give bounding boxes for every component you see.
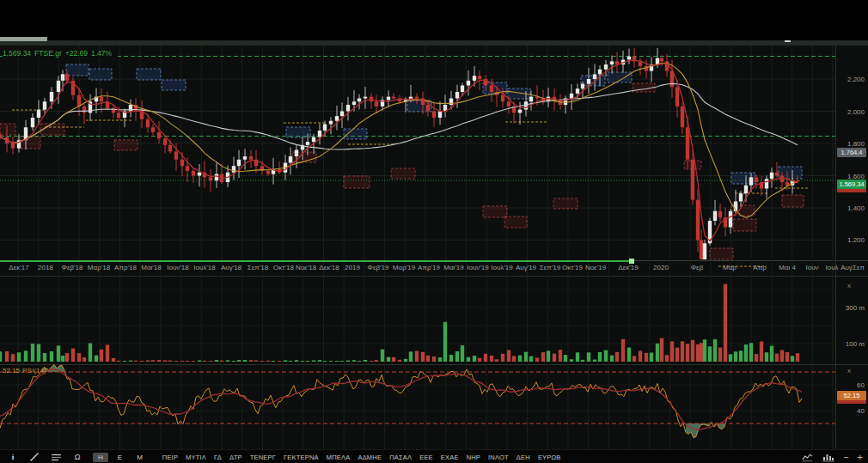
timeframe-button-Ε[interactable]: Ε: [113, 453, 127, 462]
legend-change: +22.69: [65, 49, 88, 58]
ticker-ΜΥΤΙΛ[interactable]: ΜΥΤΙΛ: [186, 454, 206, 461]
indicator-list-icon[interactable]: [50, 452, 62, 462]
rsi-value: 52.15: [3, 367, 20, 375]
price-axis-tick: 2.200: [837, 76, 865, 83]
x-axis-tick: Φεβ: [691, 264, 704, 271]
price-axis-tick: 1.200: [837, 236, 865, 244]
volume-axis-tick: 300 m: [837, 304, 865, 312]
timeframe-button-Μ[interactable]: Μ: [131, 453, 148, 462]
ticker-ΕΕΕ[interactable]: ΕΕΕ: [419, 454, 433, 461]
x-axis-tick: Δεκ'18: [319, 264, 339, 271]
rsi-axis-tick: 60: [837, 381, 865, 389]
symbol-legend: 1,569.34FTSE.gr+22.691.47%: [3, 49, 118, 58]
ma-price-badge: 1.764.4: [837, 148, 866, 157]
x-axis-tick: 2020: [653, 264, 669, 271]
x-axis-tick: Ιουν: [805, 264, 818, 271]
price-axis-tick: 1.400: [837, 204, 865, 212]
x-axis-tick: Μαρ: [723, 264, 737, 271]
x-axis-tick: Δεκ'17: [9, 264, 28, 271]
x-axis-tick: Μαρ'19: [393, 264, 415, 271]
rsi-prev-badge: [837, 400, 866, 404]
ticker-ΑΔΜΗΕ[interactable]: ΑΔΜΗΕ: [358, 454, 382, 461]
x-axis-tick: Μαι 4: [779, 264, 796, 271]
toolbar-left-group: i Ω ΗΕΜ ΠΕΙΡΜΥΤΙΛΓΔΔΤΡΤΕΝΕΡΓΓΕΚΤΕΡΝΑΜΠΕΛ…: [0, 452, 561, 462]
x-axis-tick: 2018: [38, 264, 53, 271]
rsi-name: RSI(14): [22, 367, 46, 375]
x-axis-tick: Αυγ'18: [221, 264, 241, 271]
bottom-toolbar: i Ω ΗΕΜ ΠΕΙΡΜΥΤΙΛΓΔΔΤΡΤΕΝΕΡΓΓΕΚΤΕΡΝΑΜΠΕΛ…: [0, 449, 868, 463]
x-axis-tick: Αυγ: [840, 264, 853, 271]
x-axis-tick: Μαι'19: [443, 264, 464, 271]
x-axis-tick: Φεβ'19: [368, 264, 389, 271]
ticker-ΠΑΣΑΛ[interactable]: ΠΑΣΑΛ: [389, 454, 412, 461]
legend-symbol: FTSE.gr: [34, 49, 62, 58]
last-price-badge: 1.569.34: [837, 180, 866, 189]
x-axis-tick: Ιουλ'18: [193, 264, 215, 271]
x-axis-tick: Σεπ: [853, 264, 865, 271]
ticker-ΙΝΛΟΤ[interactable]: ΙΝΛΟΤ: [488, 454, 509, 461]
ticker-ΕΥΡΩΒ[interactable]: ΕΥΡΩΒ: [538, 454, 561, 461]
timeframe-button-Η[interactable]: Η: [93, 453, 108, 462]
ticker-ΝΗΡ[interactable]: ΝΗΡ: [467, 454, 480, 461]
volume-axis-tick: 100 m: [837, 340, 865, 348]
toolbar-right-group: − +: [802, 450, 863, 463]
bar-chart-icon[interactable]: [822, 452, 834, 462]
ticker-ΤΕΝΕΡΓ[interactable]: ΤΕΝΕΡΓ: [250, 454, 276, 461]
prev-price-badge: [837, 189, 866, 192]
draw-line-icon[interactable]: [28, 452, 40, 462]
ticker-ΜΠΕΛΑ[interactable]: ΜΠΕΛΑ: [327, 454, 351, 461]
x-axis-tick: Ιουν'19: [467, 264, 488, 271]
legend-last-price: 1,569.34: [3, 49, 31, 58]
line-chart-icon[interactable]: [802, 452, 814, 462]
x-axis-tick: Νοε'18: [296, 264, 316, 271]
ticker-ΔΕΗ[interactable]: ΔΕΗ: [517, 454, 530, 461]
rsi-legend: 52.15RSI(14): [3, 367, 46, 375]
x-axis-tick: Μαι'18: [141, 264, 162, 271]
zoom-in-button[interactable]: +: [858, 453, 863, 462]
ticker-ΓΔ[interactable]: ΓΔ: [214, 454, 222, 461]
chart-canvas[interactable]: [0, 0, 868, 463]
x-axis-tick: Μαρ'18: [88, 264, 110, 271]
ticker-ΠΕΙΡ[interactable]: ΠΕΙΡ: [162, 454, 178, 461]
price-axis-tick: 1.800: [837, 140, 865, 148]
x-axis-tick: Δεκ'19: [618, 264, 638, 271]
legend-change-pct: 1.47%: [91, 49, 112, 58]
volume-pane-close-icon[interactable]: x: [843, 282, 855, 289]
x-axis-tick: Ιουλ: [825, 264, 838, 271]
ticker-ΓΕΚΤΕΡΝΑ[interactable]: ΓΕΚΤΕΡΝΑ: [284, 454, 319, 461]
x-axis-tick: Απρ'19: [418, 264, 440, 271]
omega-icon[interactable]: Ω: [71, 452, 83, 462]
zoom-out-button[interactable]: −: [843, 453, 848, 462]
price-axis-tick: 2.000: [837, 108, 865, 116]
timeframe-group: ΗΕΜ: [93, 453, 148, 462]
x-axis-tick: Οκτ'18: [273, 264, 294, 271]
x-axis-tick: Σεπ'19: [540, 264, 560, 271]
x-axis-tick: Απρ: [753, 264, 766, 271]
rsi-value-badge: 52.15: [837, 391, 866, 400]
watchlist-tickers: ΠΕΙΡΜΥΤΙΛΓΔΔΤΡΤΕΝΕΡΓΓΕΚΤΕΡΝΑΜΠΕΛΑΑΔΜΗΕΠΑ…: [162, 454, 561, 461]
x-axis-tick: Σεπ'18: [248, 264, 268, 271]
x-axis-tick: Ιουλ'19: [491, 264, 512, 271]
x-axis-tick: Νοε'19: [585, 264, 606, 271]
x-axis-tick: Φεβ'18: [62, 264, 83, 271]
x-axis-tick: Αυγ'19: [516, 264, 536, 271]
ticker-ΔΤΡ[interactable]: ΔΤΡ: [229, 454, 242, 461]
x-axis-tick: 2019: [345, 264, 360, 271]
x-axis-tick: Ιουν'18: [167, 264, 188, 271]
rsi-axis-tick: 40: [837, 407, 865, 415]
info-icon[interactable]: i: [7, 452, 19, 462]
rsi-pane-close-icon[interactable]: x: [843, 367, 855, 375]
x-axis-tick: Οκτ'19: [562, 264, 583, 271]
trading-app: 1,569.34FTSE.gr+22.691.47% 52.15RSI(14) …: [0, 0, 868, 463]
ticker-ΕΧΑΕ[interactable]: ΕΧΑΕ: [441, 454, 459, 461]
x-axis-tick: Απρ'18: [114, 264, 137, 271]
